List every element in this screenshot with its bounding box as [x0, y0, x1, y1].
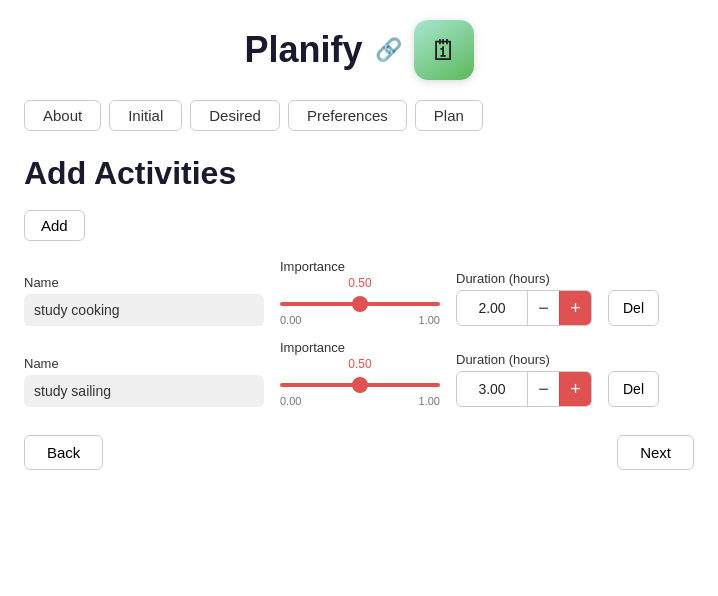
duration-label-0: Duration (hours) [456, 271, 592, 286]
logo-emoji: 🗓 [430, 34, 458, 67]
del-button-0[interactable]: Del [608, 290, 659, 326]
importance-slider-0[interactable] [280, 302, 440, 306]
activity-row: Name Importance 0.50 0.00 1.00 Duration … [24, 259, 694, 326]
importance-group-1: Importance 0.50 0.00 1.00 [280, 340, 440, 407]
duration-value-0: 2.00 [457, 300, 527, 316]
next-button[interactable]: Next [617, 435, 694, 470]
tab-plan[interactable]: Plan [415, 100, 483, 131]
slider-container-1 [280, 373, 440, 391]
del-button-1[interactable]: Del [608, 371, 659, 407]
duration-controls-1: 3.00 − + [456, 371, 592, 407]
name-label-0: Name [24, 275, 264, 290]
importance-group-0: Importance 0.50 0.00 1.00 [280, 259, 440, 326]
slider-container-0 [280, 292, 440, 310]
page-title: Add Activities [24, 155, 694, 192]
importance-slider-1[interactable] [280, 383, 440, 387]
name-label-1: Name [24, 356, 264, 371]
tab-initial[interactable]: Initial [109, 100, 182, 131]
importance-value-1: 0.50 [280, 357, 440, 371]
duration-plus-0[interactable]: + [559, 290, 591, 326]
tab-preferences[interactable]: Preferences [288, 100, 407, 131]
tab-desired[interactable]: Desired [190, 100, 280, 131]
name-input-1[interactable] [24, 375, 264, 407]
activity-row: Name Importance 0.50 0.00 1.00 Duration … [24, 340, 694, 407]
name-field-group-1: Name [24, 356, 264, 407]
slider-min-1: 0.00 [280, 395, 301, 407]
back-button[interactable]: Back [24, 435, 103, 470]
slider-labels-1: 0.00 1.00 [280, 395, 440, 407]
duration-label-1: Duration (hours) [456, 352, 592, 367]
duration-group-1: Duration (hours) 3.00 − + [456, 352, 592, 407]
duration-plus-1[interactable]: + [559, 371, 591, 407]
slider-max-1: 1.00 [419, 395, 440, 407]
add-button[interactable]: Add [24, 210, 85, 241]
app-logo: 🗓 [414, 20, 474, 80]
duration-minus-1[interactable]: − [527, 371, 559, 407]
chain-icon: 🔗 [375, 37, 402, 63]
header: Planify 🔗 🗓 [24, 20, 694, 80]
name-input-0[interactable] [24, 294, 264, 326]
importance-value-0: 0.50 [280, 276, 440, 290]
activity-rows: Name Importance 0.50 0.00 1.00 Duration … [24, 259, 694, 407]
bottom-nav: Back Next [24, 435, 694, 470]
duration-minus-0[interactable]: − [527, 290, 559, 326]
slider-min-0: 0.00 [280, 314, 301, 326]
duration-value-1: 3.00 [457, 381, 527, 397]
duration-group-0: Duration (hours) 2.00 − + [456, 271, 592, 326]
slider-max-0: 1.00 [419, 314, 440, 326]
nav-tabs: About Initial Desired Preferences Plan [24, 100, 694, 131]
slider-labels-0: 0.00 1.00 [280, 314, 440, 326]
name-field-group-0: Name [24, 275, 264, 326]
importance-label-0: Importance [280, 259, 440, 274]
tab-about[interactable]: About [24, 100, 101, 131]
app-title: Planify [244, 29, 362, 71]
importance-label-1: Importance [280, 340, 440, 355]
duration-controls-0: 2.00 − + [456, 290, 592, 326]
